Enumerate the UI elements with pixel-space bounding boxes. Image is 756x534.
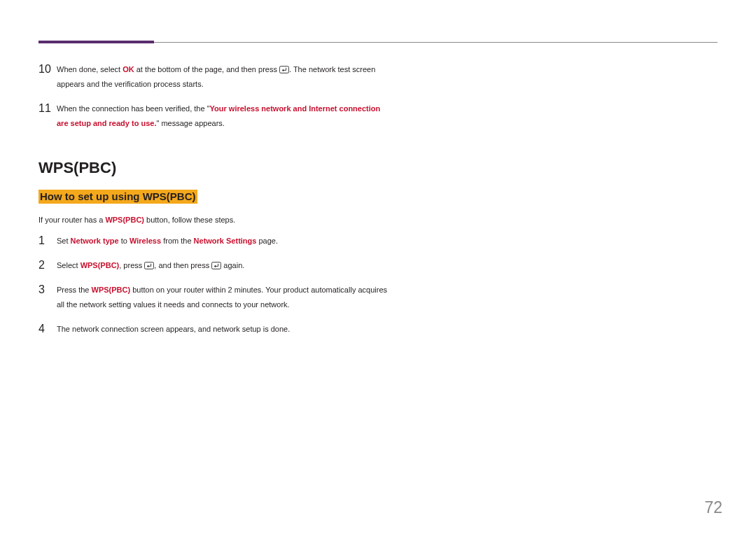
step-text: Select WPS(PBC), press , and then press … xyxy=(57,258,244,273)
body-text: from the xyxy=(161,237,193,245)
document-page: 10When done, select OK at the bottom of … xyxy=(0,0,756,534)
body-text: button, follow these steps. xyxy=(144,216,235,224)
body-text: to xyxy=(119,237,130,245)
body-text: page. xyxy=(256,237,278,245)
step-row: 2Select WPS(PBC), press , and then press… xyxy=(38,258,718,273)
body-text: Select xyxy=(57,261,80,269)
sub-title: How to set up using WPS(PBC) xyxy=(38,190,197,204)
step-row: 3Press the WPS(PBC) button on your route… xyxy=(38,283,718,312)
enter-icon xyxy=(211,260,221,267)
rule-accent xyxy=(38,41,154,43)
highlighted-text: Network type xyxy=(71,237,119,245)
body-text: at the bottom of the page, and then pres… xyxy=(134,65,279,73)
svg-rect-1 xyxy=(145,262,154,269)
step-number: 11 xyxy=(38,101,57,116)
highlighted-text: Wireless xyxy=(130,237,161,245)
top-steps-list: 10When done, select OK at the bottom of … xyxy=(38,62,718,131)
step-text: When the connection has been verified, t… xyxy=(57,101,386,131)
highlighted-text: WPS(PBC) xyxy=(105,216,144,224)
step-number: 1 xyxy=(38,234,57,248)
svg-rect-0 xyxy=(279,66,288,73)
step-text: Set Network type to Wireless from the Ne… xyxy=(57,234,278,248)
body-text: again. xyxy=(221,261,244,269)
step-row: 4The network connection screen appears, … xyxy=(38,322,718,337)
horizontal-rule xyxy=(38,42,718,43)
sub-title-wrap: How to set up using WPS(PBC) xyxy=(38,190,718,204)
step-number: 3 xyxy=(38,283,57,297)
highlighted-text: WPS(PBC) xyxy=(92,286,131,294)
step-text: The network connection screen appears, a… xyxy=(57,322,290,337)
page-number: 72 xyxy=(704,498,722,517)
body-text: If your router has a xyxy=(38,216,105,224)
body-text: When the connection has been verified, t… xyxy=(57,104,210,113)
highlighted-text: OK xyxy=(122,65,134,73)
step-row: 11When the connection has been verified,… xyxy=(38,101,718,131)
body-text: , and then press xyxy=(154,261,211,269)
step-text: When done, select OK at the bottom of th… xyxy=(57,62,386,92)
intro-text: If your router has a WPS(PBC) button, fo… xyxy=(38,213,718,227)
enter-icon xyxy=(279,64,289,71)
body-text: The network connection screen appears, a… xyxy=(57,325,290,333)
bottom-steps-list: 1Set Network type to Wireless from the N… xyxy=(38,234,718,336)
step-row: 10When done, select OK at the bottom of … xyxy=(38,62,718,92)
body-text: Press the xyxy=(57,286,92,294)
body-text: When done, select xyxy=(57,65,122,73)
body-text: " message appears. xyxy=(156,119,224,127)
step-number: 4 xyxy=(38,322,57,337)
step-number: 10 xyxy=(38,62,57,77)
highlighted-text: Network Settings xyxy=(194,237,257,245)
enter-icon xyxy=(144,260,154,267)
body-text: , press xyxy=(119,261,144,269)
step-text: Press the WPS(PBC) button on your router… xyxy=(57,283,393,312)
highlighted-text: WPS(PBC) xyxy=(80,261,120,269)
section-title: WPS(PBC) xyxy=(38,159,718,177)
step-row: 1Set Network type to Wireless from the N… xyxy=(38,234,718,248)
body-text: Set xyxy=(57,237,71,245)
step-number: 2 xyxy=(38,258,57,273)
svg-rect-2 xyxy=(212,262,221,269)
